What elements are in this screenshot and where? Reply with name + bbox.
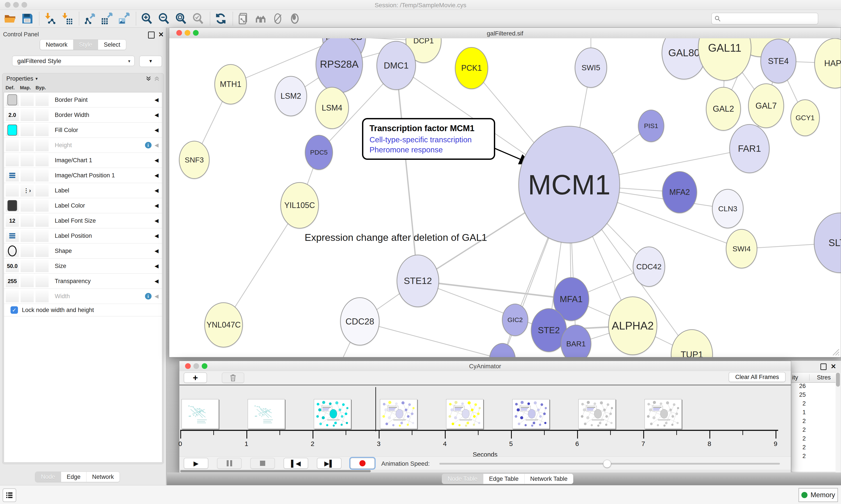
table-tab-network-table[interactable]: Network Table: [524, 474, 573, 484]
scrollbar-thumb[interactable]: [180, 470, 371, 472]
mapping-cell[interactable]: [21, 169, 34, 181]
timeline-playhead[interactable]: [375, 387, 376, 431]
network-node-swi4[interactable]: SWI4: [726, 229, 757, 268]
frame-thumbnail-7[interactable]: [645, 399, 682, 429]
network-node-cdc42[interactable]: CDC42: [633, 247, 665, 287]
network-node-ste4[interactable]: STE4: [761, 39, 796, 84]
table-tab-edge-table[interactable]: Edge Table: [483, 474, 524, 484]
bypass-cell[interactable]: [35, 139, 49, 151]
network-node-ste12[interactable]: STE12: [397, 255, 439, 307]
bypass-cell[interactable]: [35, 275, 49, 287]
frame-thumbnail-6[interactable]: [578, 399, 616, 429]
bypass-cell[interactable]: [35, 109, 49, 121]
default-value-cell[interactable]: [6, 230, 19, 242]
table-row[interactable]: 25: [791, 392, 838, 400]
expand-row-icon[interactable]: ◀: [155, 248, 159, 254]
cyanimator-titlebar[interactable]: CyAnimator: [179, 361, 791, 371]
bypass-cell[interactable]: [35, 245, 49, 257]
close-icon[interactable]: ✕: [158, 31, 164, 38]
default-value-cell[interactable]: [6, 169, 19, 181]
close-icon[interactable]: ✕: [831, 363, 836, 370]
bypass-cell[interactable]: [35, 154, 49, 166]
bypass-cell[interactable]: [35, 260, 49, 272]
style-select[interactable]: galFiltered Style ▾: [12, 56, 135, 66]
checkbox-checked-icon[interactable]: ✓: [11, 306, 18, 314]
timeline-scrollbar[interactable]: [179, 470, 791, 473]
tab-network[interactable]: Network: [40, 40, 73, 50]
network-node-mfa2[interactable]: MFA2: [662, 171, 697, 213]
info-icon[interactable]: i: [145, 142, 151, 148]
mapping-cell[interactable]: [21, 215, 34, 227]
default-value-cell[interactable]: 50.0: [6, 260, 19, 272]
table-row[interactable]: 26: [791, 383, 838, 392]
go-to-end-button[interactable]: ▶▌: [317, 458, 341, 469]
expand-row-icon[interactable]: ◀: [155, 142, 159, 148]
mapping-cell[interactable]: [21, 139, 34, 151]
float-window-icon[interactable]: [148, 32, 155, 38]
info-icon[interactable]: i: [145, 293, 151, 300]
mapping-cell[interactable]: ⋮›: [21, 184, 34, 197]
network-node-far1[interactable]: FAR1: [729, 124, 770, 173]
bypass-cell[interactable]: [35, 230, 49, 242]
hide-detail-icon[interactable]: [272, 13, 284, 25]
network-node-gal2[interactable]: GAL2: [706, 87, 741, 131]
slider-knob[interactable]: [603, 460, 611, 468]
export-table-icon[interactable]: [101, 13, 113, 25]
mapping-cell[interactable]: [21, 154, 34, 166]
bypass-cell[interactable]: [35, 290, 49, 302]
expand-row-icon[interactable]: ◀: [155, 157, 159, 163]
bypass-cell[interactable]: [35, 184, 49, 197]
mapping-cell[interactable]: [21, 124, 34, 136]
save-icon[interactable]: [21, 13, 33, 25]
export-image-icon[interactable]: [118, 13, 130, 25]
find-icon[interactable]: [254, 13, 267, 25]
default-value-cell[interactable]: [6, 139, 19, 151]
zoom-selected-icon[interactable]: [192, 13, 204, 25]
frame-thumbnail-2[interactable]: [314, 399, 351, 429]
tab-style[interactable]: Style: [73, 40, 98, 50]
table-row[interactable]: 2: [791, 444, 838, 453]
expand-row-icon[interactable]: ◀: [155, 172, 159, 178]
expand-row-icon[interactable]: ◀: [155, 218, 159, 224]
network-node-ynl047c[interactable]: YNL047C: [204, 302, 243, 347]
style-tab-node[interactable]: Node: [35, 472, 61, 482]
expand-row-icon[interactable]: ◀: [155, 97, 159, 103]
network-canvas[interactable]: Expression change after deletion of GAL1…: [169, 38, 841, 357]
network-node-pis1[interactable]: PIS1: [638, 110, 664, 142]
frame-thumbnail-0[interactable]: [182, 399, 219, 429]
tab-select[interactable]: Select: [98, 40, 126, 50]
table-row[interactable]: 2: [791, 453, 838, 462]
delete-frame-button[interactable]: [222, 373, 244, 383]
resize-grip-icon[interactable]: [831, 347, 839, 356]
refresh-icon[interactable]: [215, 13, 227, 25]
network-node-cln3[interactable]: CLN3: [712, 189, 744, 228]
style-tab-network[interactable]: Network: [87, 472, 120, 482]
network-node-dmc1[interactable]: DMC1: [376, 41, 416, 90]
network-node-lsm2[interactable]: LSM2: [275, 76, 307, 116]
export-network-icon[interactable]: [84, 13, 96, 25]
show-graphics-icon[interactable]: [289, 13, 301, 25]
property-row-label-color[interactable]: Label Color◀: [4, 198, 162, 213]
network-node-gcy1[interactable]: GCY1: [790, 100, 820, 136]
record-button[interactable]: [350, 458, 375, 469]
go-to-start-button[interactable]: ▌◀: [284, 458, 308, 469]
table-tab-node-table[interactable]: Node Table: [442, 474, 483, 484]
memory-button[interactable]: Memory: [799, 488, 838, 502]
expand-all-icon[interactable]: [146, 76, 151, 82]
bypass-cell[interactable]: [35, 215, 49, 227]
mapping-cell[interactable]: [21, 109, 34, 121]
default-value-cell[interactable]: [6, 245, 19, 257]
default-value-cell[interactable]: [6, 290, 19, 302]
frames-timeline[interactable]: Seconds 0123456789: [179, 385, 791, 456]
import-network-icon[interactable]: [44, 13, 56, 25]
frame-thumbnail-4[interactable]: [446, 399, 483, 429]
frame-thumbnail-3[interactable]: [380, 399, 417, 429]
bypass-cell[interactable]: [35, 199, 49, 212]
bypass-cell[interactable]: [35, 124, 49, 136]
frame-thumbnail-1[interactable]: [248, 399, 285, 429]
mapping-cell[interactable]: [21, 290, 34, 302]
expand-row-icon[interactable]: ◀: [155, 278, 159, 284]
network-node-snf3[interactable]: SNF3: [179, 141, 210, 179]
expand-row-icon[interactable]: ◀: [155, 127, 159, 133]
canvas-caption[interactable]: Expression change after deletion of GAL1: [305, 232, 487, 243]
